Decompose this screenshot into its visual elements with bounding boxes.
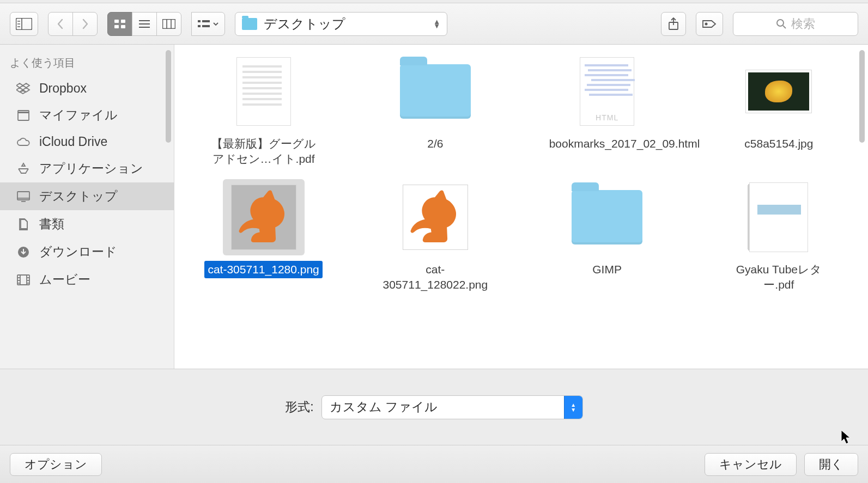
file-thumbnail (738, 53, 820, 130)
svg-point-21 (705, 23, 707, 25)
svg-rect-7 (114, 25, 119, 28)
file-thumbnail (566, 179, 648, 255)
scrollbar[interactable] (859, 50, 865, 143)
sidebar-header: よく使う項目 (0, 50, 174, 76)
sidebar-item-label: マイファイル (39, 107, 118, 124)
documents-icon (15, 217, 32, 231)
main-area: よく使う項目 DropboxマイファイルiCloud Driveアプリケーション… (0, 45, 868, 369)
sidebar-item-label: iCloud Drive (39, 134, 107, 149)
format-bar: 形式: カスタム ファイル ▲▼ (0, 369, 868, 445)
back-button[interactable] (48, 12, 73, 36)
sidebar-item-apps[interactable]: アプリケーション (0, 155, 174, 182)
file-name-label: cat-305711_128022.png (374, 261, 496, 294)
svg-rect-16 (198, 25, 201, 27)
folder-icon (242, 18, 257, 30)
sidebar-toggle-button[interactable] (10, 12, 38, 36)
sidebar-item-label: Dropbox (39, 81, 87, 96)
file-thumbnail (223, 179, 305, 255)
file-name-label: 【最新版】グーグルアドセン…イト.pdf (202, 135, 325, 168)
sidebar-item-label: アプリケーション (39, 160, 143, 177)
format-value: カスタム ファイル (330, 399, 564, 415)
apps-icon (15, 162, 32, 176)
sidebar: よく使う項目 DropboxマイファイルiCloud Driveアプリケーション… (0, 45, 174, 369)
sidebar-item-cloud[interactable]: iCloud Drive (0, 129, 174, 155)
tags-button[interactable] (696, 12, 723, 36)
svg-rect-18 (202, 25, 210, 27)
scrollbar[interactable] (166, 50, 171, 143)
file-name-label: bookmarks_2017_02_09.html (546, 135, 669, 152)
file-name-label: GIMP (589, 261, 625, 278)
footer: オプション キャンセル 開く (0, 445, 868, 483)
cancel-button[interactable]: キャンセル (705, 453, 797, 476)
desktop-icon (15, 189, 32, 204)
icon-view-button[interactable] (107, 12, 132, 36)
file-thumbnail (566, 53, 648, 130)
file-thumbnail (223, 53, 305, 130)
search-placeholder: 検索 (791, 16, 815, 32)
toolbar: デスクトップ ▲▼ 検索 (0, 3, 868, 45)
svg-rect-25 (18, 111, 29, 113)
nav-buttons (48, 12, 98, 36)
path-dropdown[interactable]: デスクトップ ▲▼ (235, 12, 447, 36)
file-name-label: cat-305711_1280.png (204, 261, 322, 278)
movies-icon (15, 273, 32, 287)
sidebar-item-movies[interactable]: ムービー (0, 266, 174, 294)
svg-rect-17 (202, 20, 210, 22)
file-item[interactable]: Gyaku Tubeレター.pdf (715, 179, 843, 294)
file-item[interactable]: cat-305711_128022.png (371, 179, 499, 294)
file-item[interactable]: bookmarks_2017_02_09.html (543, 53, 671, 168)
svg-rect-6 (121, 20, 125, 23)
file-item[interactable]: 2/6 (371, 53, 499, 168)
sidebar-item-documents[interactable]: 書類 (0, 210, 174, 238)
updown-icon: ▲▼ (433, 20, 440, 28)
file-thumbnail (394, 179, 476, 255)
file-item[interactable]: 【最新版】グーグルアドセン…イト.pdf (199, 53, 327, 168)
sidebar-item-label: ムービー (39, 271, 90, 288)
svg-rect-15 (198, 20, 201, 22)
downloads-icon (15, 245, 32, 259)
share-button[interactable] (661, 12, 686, 36)
file-item[interactable]: c58a5154.jpg (715, 53, 843, 168)
arrange-button-group (191, 12, 225, 36)
myfiles-icon (15, 108, 32, 123)
svg-line-23 (783, 26, 786, 28)
file-thumbnail (394, 53, 476, 130)
column-view-button[interactable] (156, 12, 181, 36)
file-name-label: c58a5154.jpg (741, 135, 816, 152)
sidebar-item-dropbox[interactable]: Dropbox (0, 76, 174, 101)
sidebar-item-label: ダウンロード (39, 243, 117, 260)
arrange-button[interactable] (191, 12, 225, 36)
sidebar-item-downloads[interactable]: ダウンロード (0, 238, 174, 266)
format-label: 形式: (285, 399, 313, 415)
options-button[interactable]: オプション (10, 453, 102, 476)
list-view-button[interactable] (132, 12, 157, 36)
svg-rect-5 (114, 20, 119, 23)
file-item[interactable]: cat-305711_1280.png (199, 179, 327, 294)
open-button[interactable]: 開く (804, 453, 858, 476)
search-field[interactable]: 検索 (733, 12, 858, 36)
forward-button[interactable] (72, 12, 98, 36)
dropbox-icon (15, 82, 32, 96)
svg-point-22 (777, 20, 784, 26)
sidebar-item-myfiles[interactable]: マイファイル (0, 101, 174, 129)
sidebar-item-label: デスクトップ (39, 188, 118, 205)
file-thumbnail (738, 179, 820, 255)
svg-rect-12 (163, 19, 175, 28)
file-name-label: Gyaku Tubeレター.pdf (718, 261, 840, 294)
file-name-label: 2/6 (424, 135, 446, 152)
current-path-label: デスクトップ (264, 15, 427, 33)
svg-rect-8 (121, 25, 125, 28)
chevron-down-icon (213, 21, 219, 27)
svg-rect-24 (18, 112, 29, 120)
cloud-icon (15, 135, 32, 149)
updown-icon: ▲▼ (564, 396, 582, 419)
file-canvas[interactable]: 【最新版】グーグルアドセン…イト.pdf2/6bookmarks_2017_02… (174, 45, 868, 369)
file-item[interactable]: GIMP (543, 179, 671, 294)
sidebar-item-desktop[interactable]: デスクトップ (0, 182, 174, 210)
sidebar-item-label: 書類 (39, 216, 64, 233)
search-icon (776, 19, 787, 29)
view-mode-buttons (107, 12, 181, 36)
format-dropdown[interactable]: カスタム ファイル ▲▼ (321, 395, 583, 419)
